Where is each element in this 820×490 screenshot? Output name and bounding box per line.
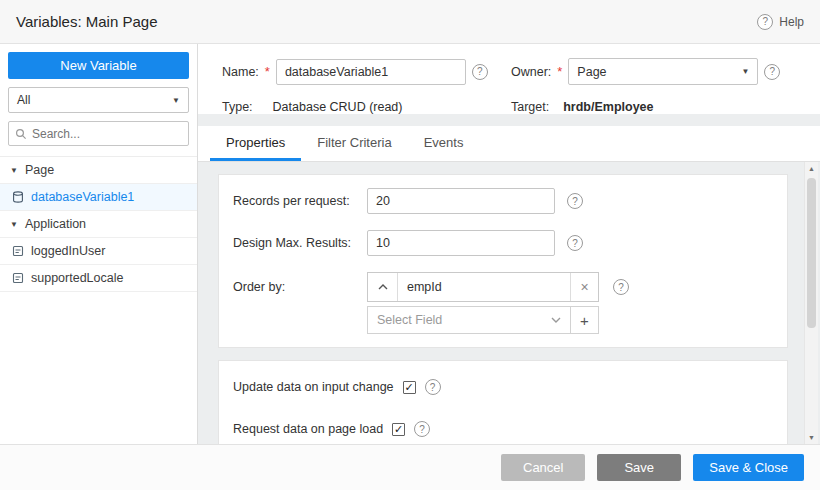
owner-label: Owner: — [511, 65, 551, 79]
order-by-help-icon[interactable]: ? — [613, 279, 629, 295]
target-label: Target: — [511, 100, 549, 114]
new-variable-button[interactable]: New Variable — [8, 52, 189, 79]
editor-tabs: Properties Filter Criteria Events — [198, 126, 820, 162]
help-label: Help — [779, 15, 804, 29]
tree-item-label: databaseVariable1 — [31, 190, 134, 204]
chevron-up-icon — [378, 284, 388, 290]
name-label: Name: — [222, 65, 259, 79]
scroll-down-icon[interactable]: ▼ — [805, 434, 818, 441]
required-marker: * — [265, 64, 270, 79]
update-on-input-label: Update data on input change — [233, 380, 394, 394]
owner-help-icon[interactable]: ? — [764, 64, 780, 80]
footer-bar: Cancel Save Save & Close — [0, 444, 820, 490]
filter-selected-value: All — [17, 93, 30, 107]
chevron-down-icon — [551, 317, 561, 323]
tab-events[interactable]: Events — [408, 126, 480, 161]
database-variable-icon — [12, 191, 24, 203]
header-bar: Variables: Main Page ? Help — [0, 0, 820, 44]
tree-group-application[interactable]: ▼ Application — [0, 211, 197, 238]
variable-summary-form: Name: * ? Owner: * Page ▼ ? — [198, 44, 820, 114]
tab-filter-criteria[interactable]: Filter Criteria — [301, 126, 407, 161]
request-on-load-help-icon[interactable]: ? — [414, 421, 430, 437]
save-and-close-button[interactable]: Save & Close — [693, 454, 804, 481]
scroll-up-icon[interactable]: ▲ — [805, 165, 818, 172]
update-on-input-checkbox[interactable] — [403, 381, 416, 394]
chevron-down-icon: ▼ — [172, 96, 180, 105]
save-button[interactable]: Save — [597, 454, 681, 481]
order-field-row: empId × — [367, 272, 599, 302]
owner-select[interactable]: Page ▼ — [568, 58, 758, 85]
design-max-help-icon[interactable]: ? — [567, 235, 583, 251]
tree-group-label: Application — [25, 217, 86, 231]
variable-search[interactable] — [8, 121, 189, 146]
variables-dialog: Variables: Main Page ? Help New Variable… — [0, 0, 820, 490]
design-max-results-label: Design Max. Results: — [233, 236, 367, 250]
type-label: Type: — [222, 100, 253, 114]
order-by-editor: empId × ? Select Field — [367, 272, 629, 334]
records-per-request-input[interactable] — [367, 188, 555, 214]
vertical-scrollbar[interactable]: ▲ ▼ — [804, 162, 818, 444]
request-on-load-checkbox[interactable] — [392, 423, 405, 436]
variable-icon — [12, 245, 24, 257]
variable-editor: Name: * ? Owner: * Page ▼ ? — [198, 44, 820, 444]
group-expanded-icon: ▼ — [10, 166, 18, 175]
page-title: Variables: Main Page — [16, 13, 157, 30]
order-field-value: empId — [398, 273, 570, 301]
variable-filter-select[interactable]: All ▼ — [8, 87, 189, 113]
help-button[interactable]: ? Help — [757, 14, 804, 30]
select-field-placeholder: Select Field — [377, 313, 442, 327]
type-value: Database CRUD (read) — [273, 100, 403, 114]
tree-item-databasevariable1[interactable]: databaseVariable1 — [0, 184, 197, 211]
variable-icon — [12, 272, 24, 284]
name-input[interactable] — [276, 59, 466, 85]
design-max-results-input[interactable] — [367, 230, 555, 256]
target-value: hrdb/Employee — [563, 100, 653, 114]
chevron-down-icon: ▼ — [741, 67, 749, 76]
required-marker: * — [557, 64, 562, 79]
tree-item-loggedinuser[interactable]: loggedInUser — [0, 238, 197, 265]
scrollbar-thumb[interactable] — [807, 178, 816, 328]
owner-selected-value: Page — [577, 65, 606, 79]
tab-properties[interactable]: Properties — [210, 126, 301, 161]
tree-group-label: Page — [25, 163, 54, 177]
tree-item-label: loggedInUser — [31, 244, 105, 258]
group-expanded-icon: ▼ — [10, 220, 18, 229]
select-field-dropdown[interactable]: Select Field — [367, 306, 571, 334]
variables-sidebar: New Variable All ▼ ▼ Page — [0, 44, 198, 444]
search-icon — [15, 128, 27, 140]
order-by-label: Order by: — [233, 272, 367, 294]
variables-tree: ▼ Page databaseVariable1 ▼ Application — [0, 156, 197, 292]
request-on-load-label: Request data on page load — [233, 422, 383, 436]
update-on-input-help-icon[interactable]: ? — [425, 379, 441, 395]
add-order-field-button[interactable]: + — [571, 306, 599, 334]
records-help-icon[interactable]: ? — [567, 193, 583, 209]
search-input[interactable] — [32, 127, 182, 141]
cancel-button[interactable]: Cancel — [501, 454, 585, 481]
name-help-icon[interactable]: ? — [472, 64, 488, 80]
behavior-panel: Update data on input change ? Request da… — [218, 360, 788, 444]
tree-item-supportedlocale[interactable]: supportedLocale — [0, 265, 197, 292]
properties-content: Records per request: ? Design Max. Resul… — [198, 162, 820, 444]
request-settings-panel: Records per request: ? Design Max. Resul… — [218, 174, 788, 348]
order-direction-button[interactable] — [368, 273, 398, 301]
tree-group-page[interactable]: ▼ Page — [0, 157, 197, 184]
help-question-icon: ? — [757, 14, 773, 30]
records-per-request-label: Records per request: — [233, 194, 367, 208]
remove-order-field-button[interactable]: × — [570, 273, 598, 301]
tree-item-label: supportedLocale — [31, 271, 123, 285]
